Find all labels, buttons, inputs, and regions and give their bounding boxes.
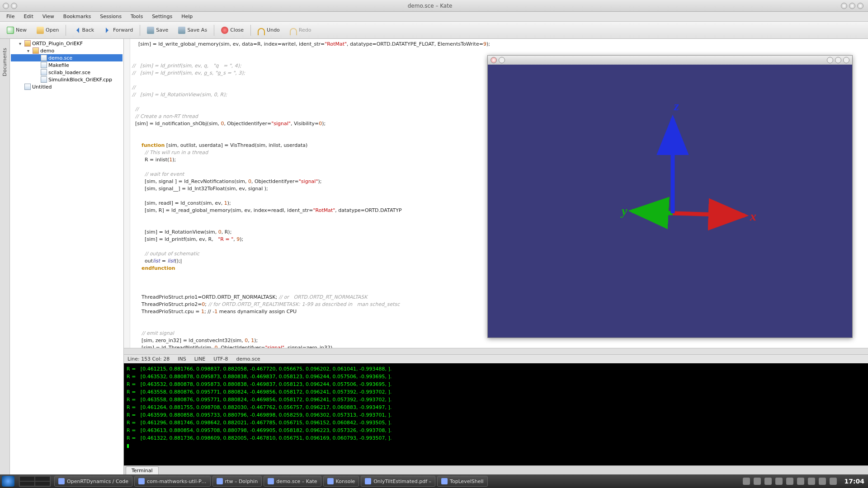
rotation-view-titlebar[interactable] — [488, 56, 852, 65]
window-maximize-button[interactable] — [849, 3, 855, 9]
tree-item[interactable]: ▾ORTD_Plugin_OriEKF — [11, 40, 123, 47]
status-position: Line: 153 Col: 28 — [127, 356, 170, 362]
redo-button[interactable]: Redo — [286, 24, 316, 36]
rotation-view-max-button[interactable] — [835, 57, 841, 63]
status-line-mode[interactable]: LINE — [194, 356, 206, 362]
back-button[interactable]: Back — [69, 24, 98, 36]
taskbar-clock[interactable]: 17:04 — [844, 478, 864, 485]
tree-item[interactable]: ▾demo — [11, 47, 123, 54]
tree-item[interactable]: demo.sce — [11, 54, 123, 61]
status-encoding[interactable]: UTF-8 — [213, 356, 228, 362]
rotation-view-min-button[interactable] — [827, 57, 833, 63]
forward-icon — [104, 27, 111, 34]
menu-file[interactable]: File — [2, 13, 19, 20]
window-minimize-button[interactable] — [841, 3, 847, 9]
save-icon — [147, 27, 154, 34]
sidebar-tab-documents[interactable]: Documents — [0, 39, 10, 474]
menu-settings[interactable]: Settings — [147, 13, 177, 20]
save-button[interactable]: Save — [143, 24, 172, 36]
menu-view[interactable]: View — [38, 13, 59, 20]
file-icon — [41, 62, 47, 68]
tray-icon[interactable] — [819, 478, 826, 485]
terminal-tab[interactable]: Terminal — [126, 466, 159, 474]
terminal-line: R = [0.463599, 0.880858, 0.095733, 0.880… — [127, 411, 865, 419]
status-insert-mode[interactable]: INS — [178, 356, 186, 362]
taskbar-entry[interactable]: com-mathworks-util-P… — [134, 476, 211, 487]
desktop-pager[interactable] — [19, 476, 51, 487]
new-button[interactable]: New — [3, 24, 31, 36]
terminal-line: R = [0.463613, 0.880854, 0.095708, 0.880… — [127, 427, 865, 434]
rotation-view-canvas[interactable]: x y z — [488, 65, 852, 338]
tray-icon[interactable] — [830, 478, 837, 485]
rotation-view-window[interactable]: x y z — [487, 55, 853, 338]
window-close-button[interactable] — [857, 3, 863, 9]
kde-taskbar: OpenRTDynamics / Codecom-mathworks-util-… — [0, 474, 868, 488]
menu-help[interactable]: Help — [177, 13, 197, 20]
terminal-line: R = [0.461296, 0.881746, 0.098642, 0.882… — [127, 419, 865, 427]
tree-item[interactable]: scilab_loader.sce — [11, 69, 123, 76]
close-icon — [221, 27, 228, 34]
tree-item[interactable]: Untitled — [11, 83, 123, 90]
tray-icon[interactable] — [808, 478, 815, 485]
tray-icon[interactable] — [754, 478, 761, 485]
window-menu-button[interactable] — [3, 3, 9, 9]
tree-item-label: Untitled — [32, 84, 52, 90]
code-line — [132, 48, 868, 55]
x-axis-label: x — [750, 209, 756, 224]
folder-icon — [24, 40, 31, 47]
app-icon — [217, 478, 223, 484]
undo-button[interactable]: Undo — [254, 24, 284, 36]
app-icon — [365, 478, 371, 484]
menu-tools[interactable]: Tools — [126, 13, 147, 20]
rotation-view-x-button[interactable] — [843, 57, 849, 63]
toolbar: New Open Back Forward Save Save As Close… — [0, 22, 868, 39]
kickoff-launcher[interactable] — [2, 476, 14, 487]
z-axis-label: z — [674, 99, 679, 113]
saveas-button[interactable]: Save As — [174, 24, 211, 36]
terminal-line: R = [0.461264, 0.881755, 0.098708, 0.882… — [127, 404, 865, 411]
file-icon — [41, 69, 47, 75]
tree-item[interactable]: Makefile — [11, 61, 123, 69]
code-line: [sim] = ld_write_global_memory(sim, ev, … — [132, 41, 868, 48]
taskbar-entry[interactable]: OpenRTDynamics / Code — [54, 476, 132, 487]
menu-bookmarks[interactable]: Bookmarks — [59, 13, 95, 20]
forward-button[interactable]: Forward — [100, 24, 137, 36]
tray-icon[interactable] — [786, 478, 793, 485]
tray-icon[interactable] — [775, 478, 783, 485]
menu-sessions[interactable]: Sessions — [95, 13, 126, 20]
file-icon — [24, 84, 31, 90]
rotation-view-close-button[interactable] — [491, 57, 497, 63]
tree-item-label: scilab_loader.sce — [48, 70, 90, 75]
tray-icon[interactable] — [764, 478, 772, 485]
taskbar-entry[interactable]: TopLevelShell — [437, 476, 487, 487]
menubar: File Edit View Bookmarks Sessions Tools … — [0, 12, 868, 22]
taskbar-entry[interactable]: Konsole — [323, 476, 359, 487]
status-filename: demo.sce — [236, 356, 260, 362]
terminal-line: ▮ — [127, 442, 865, 450]
y-axis-label: y — [622, 204, 627, 218]
fold-gutter[interactable] — [124, 39, 130, 348]
terminal-output[interactable]: R = [0.461215, 0.881766, 0.098837, 0.882… — [124, 363, 868, 465]
close-button[interactable]: Close — [217, 24, 248, 36]
app-icon — [58, 478, 65, 484]
taskbar-entry[interactable]: OnlyTiltEstimated.pdf – — [361, 476, 435, 487]
tree-item-label: Makefile — [48, 62, 69, 68]
document-tree[interactable]: ▾ORTD_Plugin_OriEKF▾demodemo.sceMakefile… — [10, 39, 124, 474]
tree-item[interactable]: SimulinkBlock_OriEKF.cpp — [11, 76, 123, 83]
taskbar-entry[interactable]: demo.sce – Kate — [264, 476, 321, 487]
editor-hscrollbar[interactable] — [124, 348, 868, 354]
terminal-line: R = [0.463532, 0.880878, 0.095873, 0.880… — [127, 373, 865, 380]
menu-edit[interactable]: Edit — [19, 13, 38, 20]
app-icon — [441, 478, 448, 484]
taskbar-entry[interactable]: rtw – Dolphin — [212, 476, 262, 487]
window-pin-button[interactable] — [11, 3, 17, 9]
open-button[interactable]: Open — [33, 24, 63, 36]
saveas-icon — [178, 27, 185, 34]
tray-icon[interactable] — [797, 478, 804, 485]
app-icon — [327, 478, 334, 484]
tray-icon[interactable] — [743, 478, 750, 485]
open-icon — [37, 27, 44, 34]
rotation-view-pin-button[interactable] — [499, 57, 505, 63]
file-icon — [41, 76, 47, 83]
back-icon — [73, 27, 80, 34]
